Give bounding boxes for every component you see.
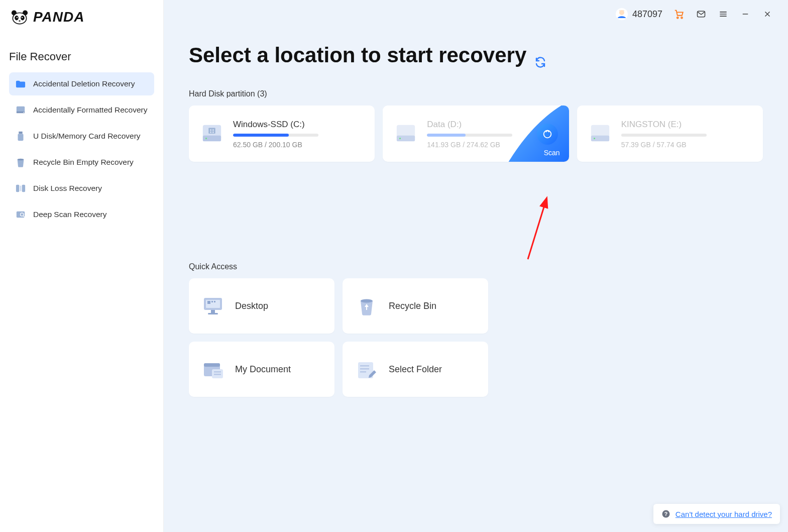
page-title: Select a location to start recovery — [189, 43, 763, 67]
svg-rect-15 — [22, 185, 25, 192]
user-badge[interactable]: 487097 — [615, 8, 662, 21]
svg-rect-51 — [214, 371, 221, 373]
annotation-arrow — [515, 179, 560, 264]
svg-rect-46 — [214, 301, 215, 302]
svg-point-5 — [17, 17, 18, 18]
scan-button[interactable] — [537, 124, 558, 145]
svg-point-34 — [399, 138, 401, 139]
sidebar-item-0[interactable]: Accidental Deletion Recovery — [9, 72, 154, 95]
svg-point-4 — [21, 16, 25, 20]
svg-rect-52 — [214, 374, 221, 375]
svg-point-21 — [677, 17, 679, 19]
svg-rect-29 — [212, 129, 214, 131]
svg-point-10 — [23, 112, 24, 113]
svg-point-13 — [18, 159, 24, 161]
svg-point-26 — [205, 138, 207, 139]
help-icon: ? — [661, 509, 670, 518]
svg-rect-16 — [20, 186, 22, 191]
sidebar-item-label: Accidental Deletion Recovery — [33, 79, 135, 88]
mail-icon[interactable] — [696, 9, 707, 20]
bin-icon — [15, 157, 26, 168]
menu-icon[interactable] — [718, 9, 729, 20]
partition-card-0[interactable]: Windows-SSD (C:) 62.50 GB / 200.10 GB — [189, 105, 375, 162]
partition-card-1[interactable]: Data (D:) 141.93 GB / 274.62 GB Scan — [383, 105, 569, 162]
recyclebin-icon — [355, 295, 379, 317]
sidebar-title: File Recover — [0, 30, 163, 72]
usage-bar — [233, 134, 318, 137]
refresh-icon[interactable] — [534, 49, 546, 61]
main: 487097 Select a location to start recove… — [164, 0, 788, 532]
cart-icon[interactable] — [673, 9, 685, 20]
quick-card-label: My Document — [235, 364, 291, 375]
usage-bar — [427, 134, 512, 137]
svg-rect-49 — [204, 363, 220, 367]
quick-access-row: DesktopRecycle BinMy DocumentSelect Fold… — [189, 278, 641, 397]
quick-card-1[interactable]: Recycle Bin — [343, 278, 488, 334]
svg-rect-14 — [16, 185, 19, 192]
disk-icon — [15, 104, 26, 116]
sidebar-nav: Accidental Deletion RecoveryAccidentally… — [0, 72, 163, 226]
quick-card-label: Desktop — [235, 301, 268, 311]
svg-point-35 — [543, 131, 551, 138]
folder-icon — [15, 78, 26, 89]
sidebar-item-label: U Disk/Memory Card Recovery — [33, 132, 141, 141]
svg-point-7 — [19, 20, 20, 21]
desktop-icon — [201, 295, 225, 317]
close-icon[interactable] — [762, 9, 773, 20]
svg-rect-30 — [210, 132, 211, 133]
svg-point-22 — [681, 17, 683, 19]
svg-rect-43 — [208, 313, 218, 314]
svg-point-38 — [594, 138, 595, 139]
deepscan-icon — [15, 209, 26, 220]
sidebar-item-label: Accidentally Formatted Recovery — [33, 105, 147, 115]
svg-rect-44 — [207, 301, 210, 304]
quick-card-2[interactable]: My Document — [189, 342, 334, 397]
brand-text: PANDA — [33, 9, 84, 25]
quick-card-0[interactable]: Desktop — [189, 278, 334, 334]
svg-rect-55 — [360, 368, 369, 370]
content: Select a location to start recovery Hard… — [164, 28, 788, 397]
svg-rect-11 — [19, 132, 22, 134]
svg-rect-42 — [211, 310, 215, 313]
help-pill[interactable]: ? Can't detect your hard drive? — [653, 504, 780, 524]
svg-point-20 — [619, 10, 624, 15]
scan-label: Scan — [544, 149, 560, 157]
svg-point-6 — [22, 17, 23, 18]
panda-icon — [11, 10, 28, 25]
svg-point-47 — [361, 299, 373, 303]
partition-usage: 57.39 GB / 57.74 GB — [621, 141, 752, 149]
sidebar-item-3[interactable]: Recycle Bin Empty Recovery — [9, 151, 154, 174]
usb-icon — [15, 131, 26, 142]
partition-card-2[interactable]: KINGSTON (E:) 57.39 GB / 57.74 GB — [577, 105, 763, 162]
brand-logo: PANDA — [0, 0, 163, 30]
partition-usage: 62.50 GB / 200.10 GB — [233, 141, 364, 149]
minimize-icon[interactable] — [740, 9, 751, 20]
quick-section-label: Quick Access — [189, 262, 763, 271]
sidebar-item-label: Deep Scan Recovery — [33, 210, 106, 219]
user-id: 487097 — [632, 9, 662, 20]
sidebar-item-label: Recycle Bin Empty Recovery — [33, 158, 134, 167]
mirror-icon — [15, 183, 26, 194]
svg-rect-31 — [212, 132, 214, 133]
sidebar: PANDA File Recover Accidental Deletion R… — [0, 0, 164, 532]
sidebar-item-2[interactable]: U Disk/Memory Card Recovery — [9, 125, 154, 148]
usage-bar — [621, 134, 707, 137]
svg-rect-45 — [211, 301, 213, 302]
quick-card-label: Recycle Bin — [389, 301, 436, 311]
user-avatar-icon — [615, 8, 628, 21]
partition-name: KINGSTON (E:) — [621, 120, 752, 130]
help-link[interactable]: Can't detect your hard drive? — [676, 510, 772, 518]
partition-name: Windows-SSD (C:) — [233, 120, 364, 130]
sidebar-item-1[interactable]: Accidentally Formatted Recovery — [9, 98, 154, 122]
svg-rect-56 — [360, 371, 366, 373]
sidebar-item-label: Disk Loss Recovery — [33, 184, 102, 193]
svg-rect-12 — [18, 134, 24, 141]
sidebar-item-5[interactable]: Deep Scan Recovery — [9, 203, 154, 226]
topbar: 487097 — [164, 0, 788, 28]
svg-text:?: ? — [664, 511, 667, 517]
svg-point-3 — [15, 16, 19, 20]
quick-card-3[interactable]: Select Folder — [343, 342, 488, 397]
sidebar-item-4[interactable]: Disk Loss Recovery — [9, 177, 154, 200]
document-icon — [201, 358, 225, 380]
svg-line-39 — [528, 199, 546, 259]
